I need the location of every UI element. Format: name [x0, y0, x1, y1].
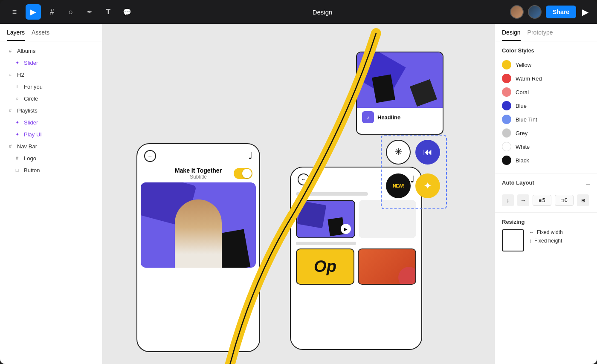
pen-icon: ✒ — [87, 8, 93, 16]
fixed-height-icon: ↕ — [529, 238, 532, 244]
color-grey[interactable]: Grey — [502, 126, 590, 140]
auto-layout-header: Auto Layout − — [502, 179, 590, 190]
layer-label: Logo — [24, 155, 36, 162]
menu-button[interactable]: ≡ — [7, 4, 22, 20]
layer-play-ui[interactable]: ✦ Play UI — [0, 128, 102, 140]
align-down-btn[interactable]: ↓ — [502, 194, 514, 206]
layer-label: For you — [24, 84, 43, 90]
auto-layout-controls: ↓ → ≡ 5 □ 0 ⊞ — [502, 194, 590, 206]
color-blue-tint[interactable]: Blue Tint — [502, 113, 590, 126]
share-button[interactable]: Share — [546, 6, 576, 18]
tab-design[interactable]: Design — [502, 29, 521, 41]
color-dot-warmred — [502, 74, 511, 83]
resizing-section: Resizing ↔ Fixed width ↕ Fixed height — [495, 213, 597, 257]
comment-icon: 💬 — [123, 8, 131, 16]
album-text: Op — [314, 259, 336, 274]
color-warm-red[interactable]: Warm Red — [502, 72, 590, 85]
layers-list: # Albums ✦ Slider # H2 T For you ○ — [0, 41, 102, 364]
inner-shape-1 — [297, 201, 327, 228]
fixed-height-option[interactable]: ↕ Fixed height — [529, 238, 563, 244]
rect-icon: □ — [14, 167, 20, 173]
color-dot-yellow — [502, 60, 511, 69]
comment-tool[interactable]: 💬 — [119, 4, 135, 20]
color-name-white: White — [516, 144, 530, 150]
avatar-2 — [528, 5, 542, 19]
frame-tool[interactable]: # — [44, 4, 60, 20]
layer-label: Slider — [24, 119, 38, 126]
tab-assets[interactable]: Assets — [32, 29, 49, 41]
tab-prototype[interactable]: Prototype — [527, 29, 553, 41]
icon-new-black: NEW! — [386, 173, 411, 198]
fixed-width-option[interactable]: ↔ Fixed width — [529, 229, 563, 235]
main-body: Layers Assets # Albums ✦ Slider # H2 T — [0, 24, 597, 364]
hash-icon-logo: # — [14, 155, 20, 162]
album-card-orange — [358, 248, 416, 285]
layer-albums[interactable]: # Albums — [0, 45, 102, 57]
color-yellow[interactable]: Yellow — [502, 58, 590, 72]
color-styles-section: Color Styles Yellow Warm Red Coral Blue — [495, 41, 597, 173]
card-icon: ♪ — [362, 111, 374, 123]
frame-icon: # — [50, 8, 54, 17]
spacing-input[interactable]: ≡ 5 — [533, 195, 551, 206]
menu-icon: ≡ — [12, 8, 17, 17]
album-card-blue: ▶ — [296, 200, 355, 238]
placeholder-bar-2 — [296, 242, 356, 245]
phone1-back-btn[interactable]: ← — [144, 150, 156, 162]
color-name-warmred: Warm Red — [516, 75, 542, 82]
hash-icon-h2: # — [7, 71, 14, 78]
pen-tool[interactable]: ✒ — [82, 4, 97, 20]
layout-options-btn[interactable]: ⊞ — [577, 194, 589, 206]
preview-play-icon[interactable]: ▶ — [580, 5, 590, 19]
color-dot-white — [502, 142, 511, 151]
avatar-1 — [510, 5, 524, 19]
toggle-knob — [242, 169, 252, 178]
fixed-width-icon: ↔ — [529, 229, 534, 235]
resizing-title: Resizing — [502, 219, 590, 225]
icon-star-yellow: ✦ — [415, 173, 440, 198]
play-overlay[interactable]: ▶ — [341, 224, 351, 234]
placeholder-bar-1 — [296, 192, 368, 196]
abstract-card: ♪ Headline — [356, 52, 443, 135]
tab-layers[interactable]: Layers — [7, 29, 25, 41]
layer-nav-bar[interactable]: # Nav Bar — [0, 140, 102, 152]
spacing-value: 5 — [542, 197, 545, 203]
padding-input[interactable]: □ 0 — [555, 195, 574, 206]
phone1-header: ← ♩ — [137, 144, 259, 165]
page-title: Design — [313, 9, 333, 16]
layer-label: Slider — [24, 60, 38, 66]
toggle-control[interactable] — [234, 168, 252, 179]
color-name-bluetint: Blue Tint — [516, 116, 537, 123]
layer-circle[interactable]: ○ Circle — [0, 92, 102, 104]
color-name-grey: Grey — [516, 130, 527, 136]
layer-for-you[interactable]: T For you — [0, 81, 102, 92]
phone1-toggle[interactable] — [234, 168, 252, 179]
color-name-coral: Coral — [516, 89, 529, 95]
text-tool[interactable]: T — [101, 4, 116, 20]
color-dot-black — [502, 156, 511, 165]
layer-playlists[interactable]: # Playlists — [0, 104, 102, 116]
resize-options: ↔ Fixed width ↕ Fixed height — [529, 229, 563, 244]
layer-slider-2[interactable]: ✦ Slider — [0, 116, 102, 128]
layer-h2[interactable]: # H2 — [0, 69, 102, 81]
color-white[interactable]: White — [502, 140, 590, 153]
collapse-auto-layout-btn[interactable]: − — [585, 180, 590, 189]
canvas-area[interactable]: ♪ Headline ✳ ⏮ NEW! ✦ ← ♩ — [102, 24, 495, 364]
select-tool[interactable]: ▶ — [26, 4, 41, 20]
shape-tool[interactable]: ○ — [63, 4, 78, 20]
icon-rewind-blue: ⏮ — [415, 140, 440, 165]
text-icon: T — [106, 8, 110, 16]
layer-logo[interactable]: # Logo — [0, 152, 102, 164]
auto-layout-section: Auto Layout − ↓ → ≡ 5 □ 0 ⊞ — [495, 173, 597, 213]
color-dot-bluetint — [502, 115, 511, 124]
layer-button[interactable]: □ Button — [0, 164, 102, 176]
shape-icon: ○ — [69, 8, 73, 17]
color-blue[interactable]: Blue — [502, 99, 590, 113]
phone2-back-btn[interactable]: ← — [298, 173, 310, 185]
layer-slider-1[interactable]: ✦ Slider — [0, 57, 102, 69]
layer-label: H2 — [17, 72, 24, 78]
color-coral[interactable]: Coral — [502, 85, 590, 99]
phone1-music-icon: ♩ — [248, 150, 252, 162]
align-right-btn[interactable]: → — [517, 194, 529, 206]
left-panel: Layers Assets # Albums ✦ Slider # H2 T — [0, 24, 102, 364]
color-black[interactable]: Black — [502, 153, 590, 167]
